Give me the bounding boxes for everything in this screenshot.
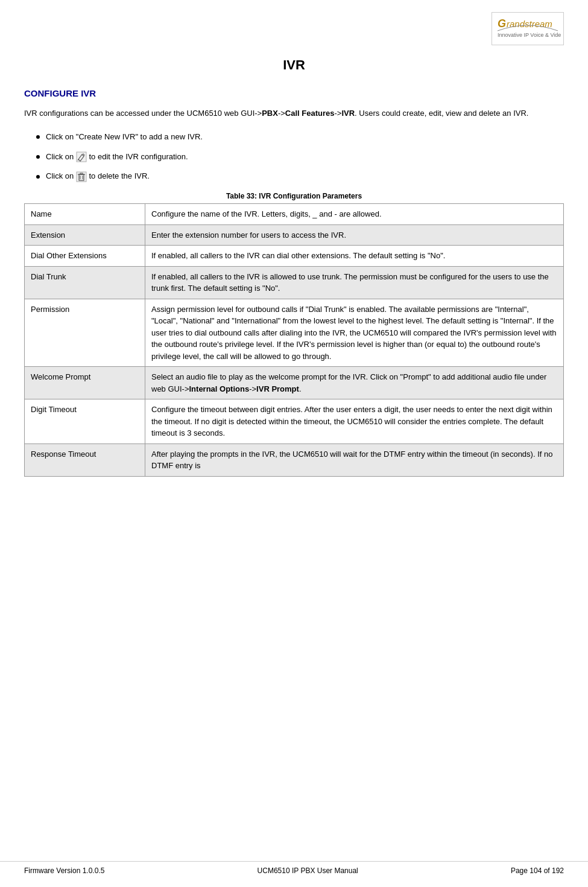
table-row: ExtensionEnter the extension number for … [25, 224, 564, 246]
table-row: PermissionAssign permission level for ou… [25, 299, 564, 367]
bullet-item-2: Click on to edit the IVR configuration. [36, 151, 564, 164]
bullet-text-1: Click on "Create New IVR" to add a new I… [46, 131, 203, 144]
section-heading: CONFIGURE IVR [24, 88, 564, 98]
bullet-dot-2 [36, 155, 40, 159]
table-label-1: Extension [25, 224, 145, 246]
footer-page: Page 104 of 192 [511, 866, 564, 875]
table-row: Dial TrunkIf enabled, all callers to the… [25, 266, 564, 299]
table-label-0: Name [25, 204, 145, 225]
config-table: NameConfigure the name of the IVR. Lette… [24, 203, 564, 477]
table-value-1: Enter the extension number for users to … [145, 224, 564, 246]
table-label-3: Dial Trunk [25, 266, 145, 299]
table-label-4: Permission [25, 299, 145, 367]
logo-box: G randstream Innovative IP Voice & Video [492, 12, 564, 45]
table-value-3: If enabled, all callers to the IVR is al… [145, 266, 564, 299]
footer-firmware: Firmware Version 1.0.0.5 [24, 866, 104, 875]
svg-text:G: G [498, 17, 506, 30]
bullet-dot-3 [36, 175, 40, 179]
page-title: IVR [24, 57, 564, 73]
table-label-5: Welcome Prompt [25, 367, 145, 399]
table-value-4: Assign permission level for outbound cal… [145, 299, 564, 367]
table-row: NameConfigure the name of the IVR. Lette… [25, 204, 564, 225]
bullet-text-2: Click on to edit the IVR configuration. [46, 151, 188, 164]
bullet-dot-1 [36, 135, 40, 139]
table-value-2: If enabled, all callers to the IVR can d… [145, 246, 564, 267]
table-value-0: Configure the name of the IVR. Letters, … [145, 204, 564, 225]
table-label-6: Digit Timeout [25, 399, 145, 444]
footer: Firmware Version 1.0.0.5 UCM6510 IP PBX … [0, 861, 588, 875]
table-row: Welcome PromptSelect an audio file to pl… [25, 367, 564, 399]
bullet-item-3: Click on to delete the IVR. [36, 170, 564, 183]
svg-text:Innovative IP Voice & Video: Innovative IP Voice & Video [498, 32, 561, 38]
pencil-icon [76, 151, 87, 162]
intro-paragraph: IVR configurations can be accessed under… [24, 107, 564, 120]
table-row: Dial Other ExtensionsIf enabled, all cal… [25, 246, 564, 267]
logo-area: G randstream Innovative IP Voice & Video [24, 12, 564, 45]
table-label-2: Dial Other Extensions [25, 246, 145, 267]
table-value-5: Select an audio file to play as the welc… [145, 367, 564, 399]
bullet-item-1: Click on "Create New IVR" to add a new I… [36, 131, 564, 144]
bullet-list: Click on "Create New IVR" to add a new I… [36, 131, 564, 183]
bullet-text-3: Click on to delete the IVR. [46, 170, 150, 183]
trash-icon [76, 171, 87, 182]
table-label-7: Response Timeout [25, 444, 145, 476]
table-value-7: After playing the prompts in the IVR, th… [145, 444, 564, 476]
footer-manual: UCM6510 IP PBX User Manual [258, 866, 358, 875]
table-title: Table 33: IVR Configuration Parameters [24, 192, 564, 200]
table-row: Response TimeoutAfter playing the prompt… [25, 444, 564, 476]
table-value-6: Configure the timeout between digit entr… [145, 399, 564, 444]
table-row: Digit TimeoutConfigure the timeout betwe… [25, 399, 564, 444]
